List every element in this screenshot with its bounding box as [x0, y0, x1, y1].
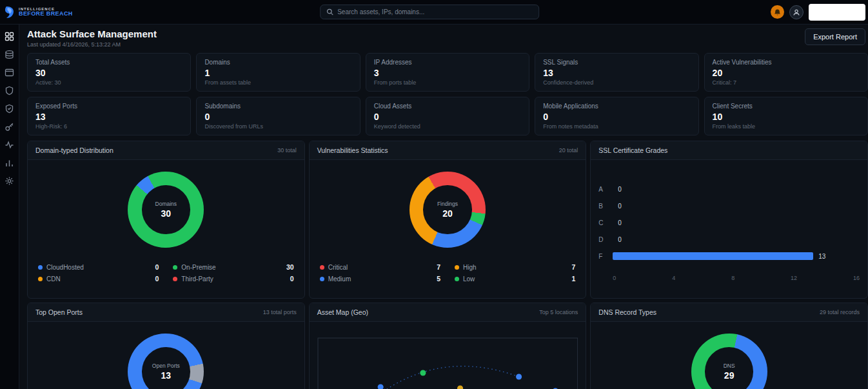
legend-name: Third-Party — [181, 275, 213, 283]
stat-sub: From ports table — [374, 79, 521, 86]
axis-tick: 0 — [613, 275, 616, 281]
stat-label: Subdomains — [204, 103, 351, 110]
bell-icon — [774, 8, 781, 16]
domain-distribution-donut: Domains 30 — [128, 172, 204, 248]
legend-value: 7 — [437, 263, 440, 271]
legend-item: Third-Party 0 — [173, 275, 293, 283]
sidebar-item-activity[interactable] — [4, 139, 15, 150]
bar-row: C 0 — [598, 214, 860, 231]
bar-row: A 0 — [598, 181, 860, 197]
bar-value: 0 — [618, 236, 622, 243]
stat-sub: Confidence-derived — [543, 79, 690, 86]
panel-ssl-certificate-grades: SSL Certificate Grades A 0 B 0 — [590, 141, 868, 299]
donut-center-value: 29 — [724, 370, 735, 381]
legend-name: CloudHosted — [46, 264, 84, 271]
search-icon — [326, 8, 333, 15]
stat-label: SSL Signals — [543, 59, 690, 66]
stat-sub: Discovered from URLs — [204, 123, 351, 130]
export-report-button[interactable]: Export Report — [805, 28, 865, 45]
legend-item: Low 1 — [455, 275, 575, 283]
legend-item: High 7 — [455, 263, 575, 271]
donut-center-label: Domains — [155, 201, 177, 207]
legend-name: High — [463, 264, 477, 271]
stat-label: Domains — [204, 59, 351, 66]
settings-gear-icon — [5, 176, 14, 186]
dns-records-donut: DNS 29 — [691, 334, 767, 389]
legend-value: 1 — [571, 275, 575, 283]
vulnerabilities-legend: Critical 7 High 7 Medium 5 — [317, 263, 578, 283]
legend-dot — [320, 277, 324, 281]
panel-total: 29 total records — [820, 309, 860, 315]
brand-icon — [4, 6, 15, 19]
legend-item: Critical 7 — [320, 263, 440, 271]
sidebar-item-secrets[interactable] — [4, 121, 15, 132]
brand-line-2: BEFORE BREACH — [19, 11, 73, 17]
stat-card-subdomains: Subdomains 0 Discovered from URLs — [196, 97, 360, 135]
donut-center-value: 20 — [442, 208, 453, 219]
stat-card-ip-addresses: IP Addresses 3 From ports table — [366, 53, 529, 92]
sidebar-item-web[interactable] — [4, 67, 15, 78]
panel-top-open-ports: Top Open Ports 13 total ports Open Ports… — [27, 303, 305, 389]
navbar-actions — [771, 4, 865, 21]
panel-title: DNS Record Types — [598, 308, 656, 316]
stat-value: 30 — [35, 68, 182, 78]
x-axis-ticks: 0 4 8 12 16 — [613, 275, 860, 281]
page-header: Attack Surface Management Last updated 4… — [27, 28, 868, 48]
stat-sub: From notes metadata — [543, 123, 690, 130]
legend-dot — [38, 265, 43, 270]
stat-value: 0 — [374, 112, 521, 122]
open-ports-donut: Open Ports 13 — [128, 334, 204, 389]
bar-category: A — [598, 186, 609, 193]
browser-window-icon — [5, 68, 14, 77]
search-input[interactable] — [337, 8, 533, 15]
legend-dot — [173, 265, 177, 270]
sidebar-item-vulnerabilities[interactable] — [4, 103, 15, 114]
legend-name: CDN — [46, 275, 61, 283]
charts-row-2: Top Open Ports 13 total ports Open Ports… — [27, 303, 868, 389]
bar-value: 0 — [618, 203, 622, 210]
stat-label: Active Vulnerabilities — [713, 59, 860, 66]
notifications-button[interactable] — [771, 5, 784, 19]
legend-name: On-Premise — [181, 264, 215, 271]
donut-center-label: DNS — [724, 363, 735, 369]
axis-tick: 4 — [672, 275, 675, 281]
panel-title: Vulnerabilities Statistics — [317, 146, 388, 154]
sidebar-item-assets[interactable] — [4, 49, 15, 60]
vulnerabilities-donut: Findings 20 — [409, 172, 486, 248]
sidebar-item-dashboard[interactable] — [4, 31, 15, 42]
stat-value: 13 — [35, 112, 182, 122]
legend-dot — [38, 277, 43, 281]
stat-card-ssl-signals: SSL Signals 13 Confidence-derived — [535, 53, 698, 92]
sidebar-item-reports[interactable] — [4, 157, 15, 168]
sidebar-item-security[interactable] — [4, 85, 15, 96]
stat-sub: Keyword detected — [374, 123, 521, 130]
stat-label: Mobile Applications — [543, 103, 690, 110]
legend-item: CloudHosted 0 — [38, 263, 159, 271]
donut-center-label: Findings — [437, 201, 458, 207]
stat-card-domains: Domains 1 From assets table — [196, 53, 360, 92]
panel-title: Asset Map (Geo) — [317, 308, 368, 316]
panel-asset-map: Asset Map (Geo) Top 5 locations — [309, 303, 587, 389]
sidebar-item-settings[interactable] — [4, 175, 15, 186]
user-name-box[interactable] — [809, 4, 865, 21]
legend-dot — [455, 265, 459, 270]
stat-value: 13 — [543, 68, 690, 78]
legend-item: CDN 0 — [38, 275, 159, 283]
panel-title: SSL Certificate Grades — [598, 146, 667, 154]
bar-category: F — [598, 253, 609, 260]
bar-category: C — [598, 219, 609, 226]
dashboard-grid-icon — [5, 32, 14, 41]
legend-dot — [173, 277, 177, 281]
stat-card-total-assets: Total Assets 30 Active: 30 — [27, 53, 191, 92]
global-search[interactable] — [320, 5, 539, 19]
legend-dot — [320, 265, 324, 270]
brand-text: INTELLIGENCE BEFORE BREACH — [19, 7, 73, 17]
stat-card-mobile-applications: Mobile Applications 0 From notes metadat… — [535, 97, 698, 135]
main-content: Attack Surface Management Last updated 4… — [19, 25, 868, 389]
stat-value: 0 — [543, 112, 690, 122]
stat-card-exposed-ports: Exposed Ports 13 High-Risk: 6 — [27, 97, 191, 135]
asset-geo-map — [317, 337, 578, 389]
charts-row-1: Domain-typed Distribution 30 total Domai… — [27, 141, 868, 299]
stat-card-active-vulnerabilities: Active Vulnerabilities 20 Critical: 7 — [704, 53, 868, 92]
user-avatar[interactable] — [789, 5, 804, 19]
